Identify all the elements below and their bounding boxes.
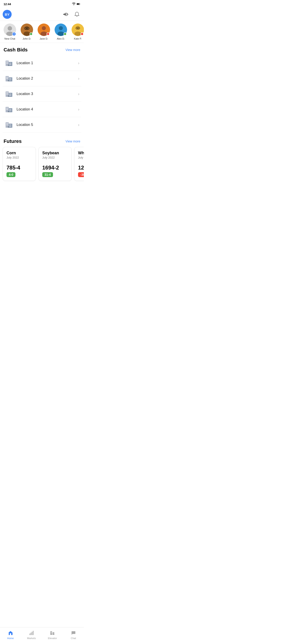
location-4-chevron: › (78, 107, 80, 112)
svg-rect-74 (8, 124, 8, 125)
corn-price: 785-4 (6, 164, 32, 171)
building-icon-2 (5, 74, 13, 83)
notification-icon-button[interactable] (74, 11, 80, 18)
cash-bids-header: Cash Bids View more (0, 43, 84, 56)
svg-rect-64 (10, 109, 10, 110)
svg-rect-71 (6, 123, 7, 124)
share-icon-button[interactable] (62, 11, 70, 18)
svg-rect-38 (6, 77, 7, 78)
svg-rect-28 (8, 62, 8, 62)
location-list: Location 1 › Location 2 › (0, 56, 84, 132)
cash-bids-title: Cash Bids (4, 47, 28, 53)
svg-point-14 (42, 26, 46, 30)
location-item-3[interactable]: Location 3 › (3, 86, 81, 102)
futures-section: Futures View more Corn July 2022 785-4 4… (0, 134, 84, 184)
location-3-name: Location 3 (16, 92, 78, 96)
status-icons (72, 2, 80, 6)
bell-icon (74, 12, 80, 17)
location-5-name: Location 5 (16, 123, 78, 127)
svg-point-5 (8, 26, 12, 31)
svg-rect-44 (10, 80, 10, 80)
jane-status-dot (46, 32, 50, 36)
svg-rect-26 (9, 62, 12, 66)
svg-rect-35 (8, 64, 9, 66)
wheat-price: 1200- (78, 164, 84, 171)
location-item-5[interactable]: Location 5 › (3, 117, 81, 132)
alex-status-dot (64, 32, 67, 36)
svg-point-18 (58, 32, 64, 36)
building-icon-3 (5, 90, 13, 98)
contact-jane[interactable]: Jane D. (37, 24, 51, 40)
svg-rect-41 (8, 78, 8, 79)
status-bar: 12:44 (0, 0, 84, 8)
battery-icon (77, 2, 80, 6)
contact-kate[interactable]: Kate P. (71, 24, 84, 40)
svg-rect-62 (6, 109, 7, 110)
contact-new-chat[interactable]: + New Chat (3, 24, 17, 40)
cash-bids-view-more[interactable]: View more (66, 48, 80, 52)
svg-rect-63 (8, 109, 8, 110)
header-icons (62, 11, 80, 18)
contact-john[interactable]: John D. (20, 24, 34, 40)
contacts-row: + New Chat John D. (0, 21, 84, 43)
alex-avatar-wrap (54, 24, 67, 36)
user-avatar[interactable]: BY (3, 10, 12, 19)
svg-rect-53 (10, 94, 10, 94)
svg-point-0 (74, 5, 74, 5)
location-4-icon (4, 105, 14, 114)
corn-change: 4-0 (6, 172, 16, 177)
svg-rect-42 (10, 78, 10, 79)
corn-date: July 2022 (6, 156, 32, 159)
soybean-commodity: Soybean (42, 151, 68, 156)
location-4-name: Location 4 (16, 107, 78, 111)
location-item-4[interactable]: Location 4 › (3, 102, 81, 117)
jane-avatar-wrap (38, 24, 50, 36)
svg-rect-45 (10, 80, 11, 80)
wheat-date: July 2022 (78, 156, 84, 159)
svg-point-17 (59, 26, 63, 30)
location-1-chevron: › (78, 61, 80, 66)
location-item-1[interactable]: Location 1 › (3, 56, 81, 71)
location-2-chevron: › (78, 76, 80, 81)
svg-rect-70 (9, 124, 12, 128)
building-icon (5, 59, 13, 67)
futures-view-more[interactable]: View more (66, 140, 80, 143)
svg-point-9 (24, 32, 30, 36)
contact-alex[interactable]: Alex D. (54, 24, 68, 40)
new-chat-label: New Chat (4, 37, 15, 40)
location-5-chevron: › (78, 122, 80, 127)
svg-rect-66 (10, 110, 10, 111)
svg-rect-52 (8, 94, 8, 94)
svg-rect-65 (10, 109, 11, 110)
building-icon-5 (5, 120, 13, 129)
svg-rect-55 (10, 95, 10, 96)
kate-label: Kate P. (74, 37, 82, 40)
svg-rect-56 (10, 95, 11, 96)
svg-rect-32 (10, 63, 11, 64)
svg-rect-54 (10, 94, 11, 94)
futures-card-soybean[interactable]: Soybean July 2022 1694-2 31-4 (38, 147, 72, 181)
location-2-icon (4, 74, 14, 83)
svg-rect-34 (10, 64, 11, 65)
status-time: 12:44 (4, 2, 11, 6)
svg-rect-79 (8, 126, 9, 128)
location-item-2[interactable]: Location 2 › (3, 71, 81, 86)
location-1-icon (4, 58, 14, 68)
wifi-icon (72, 2, 76, 6)
location-3-icon (4, 90, 14, 98)
soybean-price: 1694-2 (42, 164, 68, 171)
svg-rect-50 (8, 92, 8, 93)
svg-rect-61 (8, 108, 8, 108)
futures-cards-row: Corn July 2022 785-4 4-0 Soybean July 20… (0, 147, 84, 184)
futures-card-corn[interactable]: Corn July 2022 785-4 4-0 (3, 147, 36, 181)
svg-rect-51 (6, 94, 7, 94)
futures-card-wheat[interactable]: Wheat July 2022 1200- -30-6 (74, 147, 84, 181)
soybean-change: 31-4 (42, 172, 53, 177)
svg-rect-29 (6, 63, 7, 64)
kate-avatar-wrap (72, 24, 84, 36)
svg-rect-48 (9, 93, 12, 97)
new-chat-plus-icon: + (12, 32, 16, 36)
svg-rect-75 (10, 124, 10, 125)
svg-rect-40 (6, 78, 7, 79)
svg-rect-72 (8, 123, 8, 124)
